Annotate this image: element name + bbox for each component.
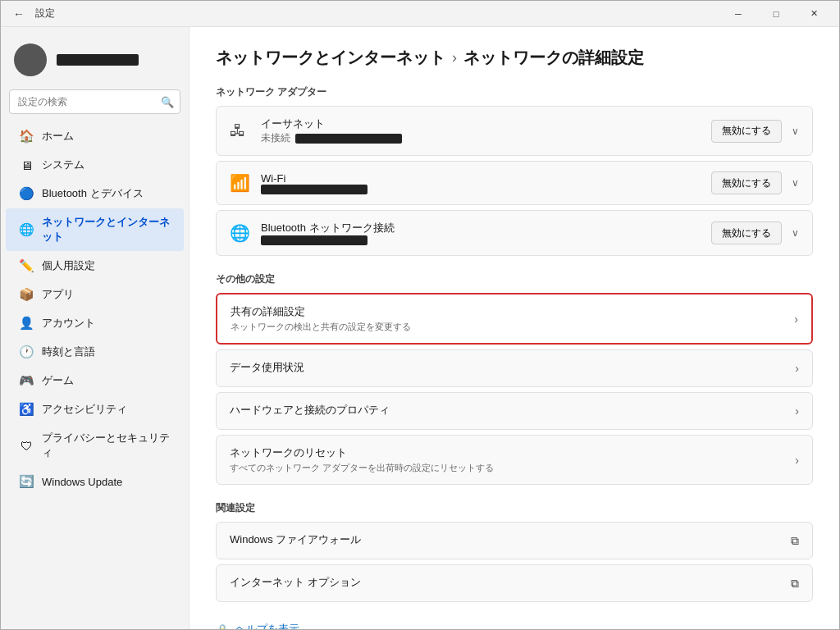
help-link[interactable]: 🔒 ヘルプを表示 <box>216 622 813 629</box>
related-row-content-internet-options: インターネット オプション <box>230 575 791 591</box>
adapter-ethernet: 🖧 イーサネット 未接続 無効にする ∨ <box>216 106 813 156</box>
nav-label-system: システム <box>42 158 84 172</box>
adapter-name-wifi: Wi-Fi <box>261 172 701 185</box>
sidebar-item-accounts[interactable]: 👤 アカウント <box>6 309 184 337</box>
settings-row-desc-sharing: ネットワークの検出と共有の設定を変更する <box>231 321 794 333</box>
nav-icon-accounts: 👤 <box>19 316 34 331</box>
sidebar-item-apps[interactable]: 📦 アプリ <box>6 281 184 308</box>
external-link-icon-internet-options: ⧉ <box>791 577 799 591</box>
adapter-name-bluetooth-network: Bluetooth ネットワーク接続 <box>261 221 701 235</box>
sidebar-item-windows-update[interactable]: 🔄 Windows Update <box>6 468 184 495</box>
nav-label-privacy: プライバシーとセキュリティ <box>42 431 171 460</box>
other-settings-section: その他の設定 共有の詳細設定 ネットワークの検出と共有の設定を変更する › デー… <box>216 272 813 485</box>
nav-list: 🏠 ホーム 🖥 システム 🔵 Bluetooth とデバイス 🌐 ネットワークと… <box>1 122 189 495</box>
nav-icon-home: 🏠 <box>19 129 34 144</box>
adapter-status-label: 未接続 <box>261 131 290 145</box>
sidebar-item-privacy[interactable]: 🛡 プライバシーとセキュリティ <box>6 424 184 467</box>
adapter-icon-ethernet: 🖧 <box>230 121 251 140</box>
search-input[interactable] <box>9 89 180 114</box>
adapter-icon-bluetooth-network: 🌐 <box>230 223 251 243</box>
external-link-icon-firewall: ⧉ <box>791 534 799 548</box>
settings-window: ← 設定 ─ □ ✕ 🔍 🏠 ホーム 🖥 システム 🔵 <box>0 0 840 630</box>
adapter-status-bar-bluetooth-network <box>261 235 368 245</box>
settings-row-reset[interactable]: ネットワークのリセット すべてのネットワーク アダプターを出荷時の設定にリセット… <box>216 435 813 485</box>
settings-row-title-hardware: ハードウェアと接続のプロパティ <box>230 403 795 418</box>
help-icon: 🔒 <box>216 623 229 630</box>
close-button[interactable]: ✕ <box>795 1 833 27</box>
sidebar-item-personalization[interactable]: ✏️ 個人用設定 <box>6 252 184 280</box>
sidebar: 🔍 🏠 ホーム 🖥 システム 🔵 Bluetooth とデバイス 🌐 ネットワー… <box>1 27 189 629</box>
sidebar-item-gaming[interactable]: 🎮 ゲーム <box>6 367 184 395</box>
back-button[interactable]: ← <box>7 2 30 25</box>
breadcrumb-separator: › <box>452 49 457 66</box>
titlebar: ← 設定 ─ □ ✕ <box>1 1 839 27</box>
window-controls: ─ □ ✕ <box>719 1 833 27</box>
avatar <box>14 43 47 76</box>
settings-rows: 共有の詳細設定 ネットワークの検出と共有の設定を変更する › データ使用状況 ›… <box>216 293 813 485</box>
nav-label-bluetooth: Bluetooth とデバイス <box>42 186 144 201</box>
nav-icon-network: 🌐 <box>19 222 34 237</box>
user-profile <box>1 34 189 89</box>
settings-row-chevron-hardware: › <box>795 404 799 418</box>
minimize-button[interactable]: ─ <box>719 1 757 27</box>
adapter-disable-btn-bluetooth-network[interactable]: 無効にする <box>711 221 782 244</box>
nav-label-accounts: アカウント <box>42 316 95 331</box>
adapter-status-wifi <box>261 185 701 194</box>
adapter-info-wifi: Wi-Fi <box>261 172 701 194</box>
adapter-chevron-ethernet: ∨ <box>792 126 799 137</box>
titlebar-title: 設定 <box>35 7 55 21</box>
settings-row-chevron-sharing: › <box>794 313 798 326</box>
nav-label-time: 時刻と言語 <box>42 345 95 359</box>
sidebar-item-network[interactable]: 🌐 ネットワークとインターネット <box>6 208 184 251</box>
related-settings-section: 関連設定 Windows ファイアウォール ⧉ インターネット オプション ⧉ <box>216 501 813 602</box>
related-row-title-firewall: Windows ファイアウォール <box>230 532 791 547</box>
nav-icon-personalization: ✏️ <box>19 258 34 273</box>
settings-row-title-sharing: 共有の詳細設定 <box>231 304 794 319</box>
footer-links: 🔒 ヘルプを表示 💬 フィードバックの送信 <box>216 622 813 629</box>
settings-row-hardware[interactable]: ハードウェアと接続のプロパティ › <box>216 392 813 430</box>
settings-row-title-reset: ネットワークのリセット <box>230 445 795 460</box>
sidebar-item-bluetooth[interactable]: 🔵 Bluetooth とデバイス <box>6 180 184 208</box>
related-row-internet-options[interactable]: インターネット オプション ⧉ <box>216 564 813 602</box>
search-icon: 🔍 <box>161 96 174 108</box>
adapter-status-bar-wifi <box>261 185 368 194</box>
nav-label-accessibility: アクセシビリティ <box>42 402 127 417</box>
nav-label-network: ネットワークとインターネット <box>42 215 171 244</box>
nav-icon-system: 🖥 <box>19 158 34 172</box>
sidebar-item-time[interactable]: 🕐 時刻と言語 <box>6 338 184 366</box>
maximize-button[interactable]: □ <box>757 1 795 27</box>
nav-label-personalization: 個人用設定 <box>42 258 95 273</box>
nav-icon-time: 🕐 <box>19 345 34 359</box>
settings-row-title-data-usage: データ使用状況 <box>230 360 795 375</box>
nav-icon-accessibility: ♿ <box>19 402 34 417</box>
adapter-chevron-bluetooth-network: ∨ <box>792 227 799 239</box>
nav-icon-windows-update: 🔄 <box>19 474 34 489</box>
adapter-disable-btn-wifi[interactable]: 無効にする <box>711 171 782 194</box>
adapter-section-title: ネットワーク アダプター <box>216 85 813 99</box>
related-row-content-firewall: Windows ファイアウォール <box>230 532 791 549</box>
username-bar <box>57 54 139 66</box>
breadcrumb-parent: ネットワークとインターネット <box>216 47 445 69</box>
breadcrumb: ネットワークとインターネット › ネットワークの詳細設定 <box>216 47 813 69</box>
adapter-bluetooth-network: 🌐 Bluetooth ネットワーク接続 無効にする ∨ <box>216 210 813 256</box>
adapter-wifi: 📶 Wi-Fi 無効にする ∨ <box>216 161 813 205</box>
nav-label-apps: アプリ <box>42 287 74 302</box>
settings-row-content-hardware: ハードウェアと接続のプロパティ <box>230 403 795 419</box>
sidebar-item-system[interactable]: 🖥 システム <box>6 151 184 179</box>
settings-row-data-usage[interactable]: データ使用状況 › <box>216 349 813 387</box>
adapter-status-ethernet: 未接続 <box>261 131 701 145</box>
settings-row-desc-reset: すべてのネットワーク アダプターを出荷時の設定にリセットする <box>230 462 795 474</box>
settings-row-content-sharing: 共有の詳細設定 ネットワークの検出と共有の設定を変更する <box>231 304 794 333</box>
adapter-disable-btn-ethernet[interactable]: 無効にする <box>711 120 782 143</box>
adapter-info-bluetooth-network: Bluetooth ネットワーク接続 <box>261 221 701 245</box>
nav-icon-gaming: 🎮 <box>19 373 34 388</box>
breadcrumb-current: ネットワークの詳細設定 <box>463 47 644 69</box>
sidebar-item-home[interactable]: 🏠 ホーム <box>6 122 184 150</box>
settings-row-sharing[interactable]: 共有の詳細設定 ネットワークの検出と共有の設定を変更する › <box>216 293 813 345</box>
settings-row-chevron-data-usage: › <box>795 362 799 375</box>
sidebar-item-accessibility[interactable]: ♿ アクセシビリティ <box>6 395 184 423</box>
nav-label-windows-update: Windows Update <box>42 476 122 488</box>
related-row-firewall[interactable]: Windows ファイアウォール ⧉ <box>216 522 813 559</box>
related-row-title-internet-options: インターネット オプション <box>230 575 791 590</box>
nav-icon-apps: 📦 <box>19 287 34 302</box>
